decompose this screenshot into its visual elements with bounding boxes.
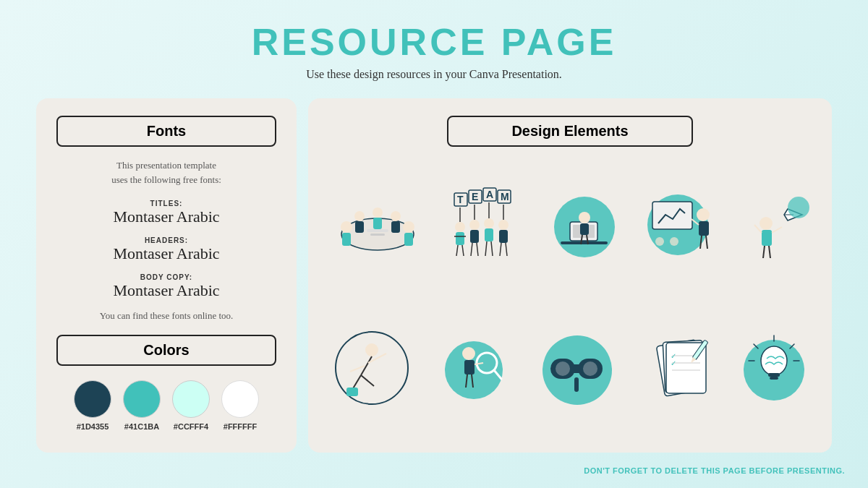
color-circle-dark-blue <box>74 380 111 418</box>
svg-text:M: M <box>501 191 509 202</box>
svg-line-71 <box>361 356 372 375</box>
svg-point-53 <box>697 208 710 221</box>
illustration-yoga <box>332 328 415 408</box>
svg-rect-27 <box>470 230 479 243</box>
svg-point-103 <box>761 346 787 375</box>
color-swatches: #1D4355 #41C1BA #CCFFF4 #FFFFFF <box>56 380 276 431</box>
svg-point-28 <box>484 218 494 228</box>
svg-rect-91 <box>574 377 579 392</box>
illustration-notebook: ✓ ✓ <box>646 328 718 408</box>
fonts-note: You can find these fonts online too. <box>56 310 276 322</box>
svg-rect-61 <box>762 230 772 246</box>
svg-rect-30 <box>485 228 493 241</box>
illustration-telescope <box>530 328 624 408</box>
font-label-headers: HEADERS: <box>56 236 276 244</box>
svg-rect-10 <box>404 233 413 246</box>
svg-line-63 <box>772 227 782 233</box>
color-hex-light-teal: #CCFFF4 <box>174 422 208 431</box>
svg-point-5 <box>373 207 383 218</box>
svg-rect-105 <box>770 377 778 380</box>
illustrations-row-bottom: ✓ ✓ <box>326 301 814 436</box>
svg-rect-33 <box>499 230 508 243</box>
swatch-white: #FFFFFF <box>221 380 259 431</box>
illustration-team-letters: T E A M <box>444 187 531 263</box>
svg-point-70 <box>365 343 378 356</box>
main-content: Fonts This presentation templateuses the… <box>36 98 832 453</box>
svg-rect-52 <box>652 202 692 229</box>
svg-text:A: A <box>486 189 493 200</box>
svg-rect-104 <box>768 373 780 377</box>
svg-line-57 <box>706 236 707 249</box>
svg-rect-76 <box>346 388 358 396</box>
page-header: RESOURCE PAGE Use these design resources… <box>252 0 617 87</box>
svg-point-90 <box>583 361 597 376</box>
svg-line-75 <box>361 375 374 386</box>
svg-point-89 <box>556 361 570 376</box>
color-hex-white: #FFFFFF <box>224 422 257 431</box>
svg-line-41 <box>506 243 507 256</box>
fonts-badge: Fonts <box>56 116 276 147</box>
illustrations-row-top: T E A M <box>326 158 814 293</box>
illustration-presenter <box>638 187 725 263</box>
svg-point-78 <box>462 347 475 360</box>
svg-point-58 <box>655 237 664 246</box>
svg-rect-6 <box>373 218 382 229</box>
svg-rect-8 <box>391 221 400 233</box>
font-label-titles: TITLES: <box>56 200 276 207</box>
svg-line-73 <box>350 366 365 372</box>
svg-rect-12 <box>370 234 385 236</box>
svg-point-68 <box>788 197 809 218</box>
swatch-teal: #41C1BA <box>123 380 161 431</box>
svg-rect-4 <box>355 221 364 233</box>
swatch-light-teal: #CCFFF4 <box>172 380 210 431</box>
illustrations-grid: T E A M <box>326 158 814 435</box>
footer-note: DON'T FORGET TO DELETE THIS PAGE BEFORE … <box>584 466 845 475</box>
color-circle-teal <box>123 380 161 418</box>
svg-rect-48 <box>580 223 589 235</box>
font-name-titles: Montaser Arabic <box>56 207 276 226</box>
svg-line-34 <box>456 245 458 256</box>
svg-point-31 <box>498 220 509 230</box>
svg-text:T: T <box>457 194 464 205</box>
svg-rect-23 <box>456 232 464 245</box>
svg-rect-79 <box>464 360 475 374</box>
right-panel: Design Elements <box>308 98 832 453</box>
svg-point-3 <box>354 211 365 221</box>
fonts-description: This presentation templateuses the follo… <box>56 158 276 187</box>
illustration-team-meeting <box>331 187 425 263</box>
svg-rect-11 <box>367 229 388 232</box>
svg-line-65 <box>769 246 770 258</box>
svg-point-1 <box>341 221 352 233</box>
svg-rect-54 <box>699 221 709 236</box>
svg-rect-2 <box>342 233 351 246</box>
color-circle-light-teal <box>172 380 210 418</box>
svg-point-25 <box>469 220 480 230</box>
svg-line-35 <box>462 245 464 256</box>
svg-line-39 <box>491 241 493 256</box>
colors-badge: Colors <box>56 335 276 366</box>
svg-line-37 <box>477 243 478 256</box>
svg-point-47 <box>579 212 590 223</box>
swatch-dark-blue: #1D4355 <box>74 380 111 431</box>
font-label-body: BODY COPY: <box>56 273 276 281</box>
svg-line-40 <box>500 243 501 256</box>
svg-text:✓: ✓ <box>671 359 676 367</box>
color-hex-dark-blue: #1D4355 <box>77 422 109 431</box>
svg-line-64 <box>763 246 765 258</box>
font-entry-body: BODY COPY: Montaser Arabic <box>56 273 276 300</box>
svg-text:E: E <box>472 191 478 202</box>
svg-point-60 <box>760 217 773 230</box>
illustration-research <box>436 328 509 408</box>
svg-point-21 <box>455 222 465 232</box>
svg-point-7 <box>391 211 401 221</box>
color-hex-teal: #41C1BA <box>124 422 159 431</box>
svg-point-9 <box>403 221 414 233</box>
font-name-body: Montaser Arabic <box>56 281 276 300</box>
left-panel: Fonts This presentation templateuses the… <box>36 98 297 453</box>
illustration-computer-user <box>550 187 618 263</box>
illustration-idea <box>739 328 808 408</box>
design-elements-badge: Design Elements <box>447 116 693 147</box>
page-subtitle: Use these design resources in your Canva… <box>252 68 617 81</box>
svg-line-38 <box>485 241 487 256</box>
font-name-headers: Montaser Arabic <box>56 244 276 263</box>
